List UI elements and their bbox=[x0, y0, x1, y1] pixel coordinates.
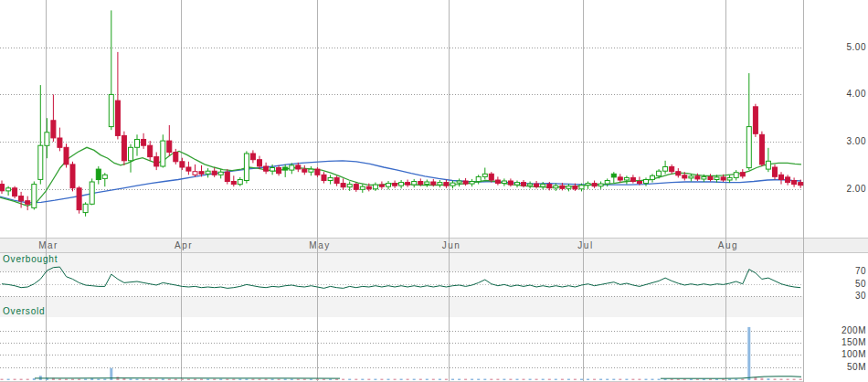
volume-axis-label: 200M bbox=[842, 325, 866, 336]
rsi-axis-label: 30 bbox=[855, 291, 866, 302]
month-label: Jul bbox=[577, 239, 593, 252]
chart-canvas bbox=[0, 0, 868, 382]
overbought-label: Overbought bbox=[3, 254, 58, 265]
price-axis-label: 2.00 bbox=[847, 184, 866, 195]
price-axis-label: 3.00 bbox=[847, 136, 866, 147]
month-label: May bbox=[309, 239, 330, 252]
price-axis-label: 4.00 bbox=[847, 89, 866, 100]
month-label: Jun bbox=[442, 239, 461, 252]
rsi-axis-label: 50 bbox=[855, 279, 866, 290]
month-label: Apr bbox=[175, 239, 193, 252]
price-axis-label: 5.00 bbox=[847, 42, 866, 53]
month-label: Mar bbox=[38, 239, 58, 252]
rsi-axis-label: 70 bbox=[855, 266, 866, 277]
oversold-label: Oversold bbox=[3, 306, 45, 317]
volume-axis-label: 150M bbox=[842, 337, 866, 348]
volume-axis-label: 50M bbox=[847, 362, 866, 373]
stock-chart: Overbought Oversold 5.004.003.002.007050… bbox=[0, 0, 868, 382]
month-label: Aug bbox=[718, 239, 738, 252]
volume-axis-label: 100M bbox=[842, 349, 866, 360]
